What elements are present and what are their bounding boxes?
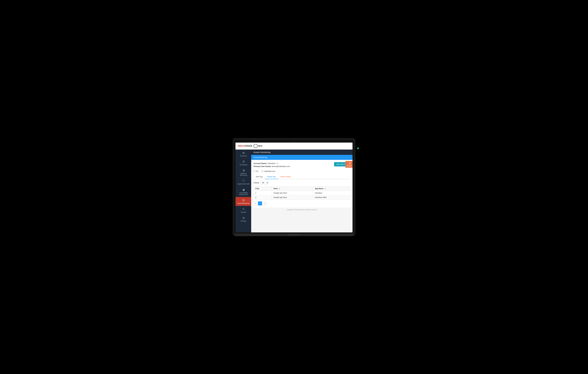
- cell-store-1: Google App Store: [272, 191, 313, 195]
- logo-indus: INDUS: [238, 145, 246, 147]
- cell-sno-1: 1: [254, 191, 272, 195]
- malware-icon: 🖥: [242, 169, 245, 172]
- account-info: Account Name: Indusface ✏ Primary User E…: [253, 162, 350, 169]
- camera-dot: [294, 141, 294, 142]
- sidebar-item-reports[interactable]: ✎ Reports: [235, 206, 251, 215]
- content-area: Asset Monitoring 1 Doma...: [251, 155, 353, 232]
- table-row: 2 Google App Store Indusface WAS: [254, 195, 350, 199]
- pagination-current[interactable]: 1: [258, 201, 262, 205]
- sidebar-item-label-app-audit: Application Audit: [238, 183, 249, 185]
- cell-sno-2: 2: [254, 195, 272, 199]
- domain-count: 1: [347, 162, 353, 165]
- data-table: S.No Store ⇅ App Name ⇅: [253, 186, 350, 200]
- sidebar-item-dashboard[interactable]: ☰ Dashboard: [235, 158, 251, 167]
- sidebar-item-settings[interactable]: ⚙ Settings: [235, 215, 251, 224]
- summary-icon: ⊞: [242, 151, 245, 154]
- tab-mobile-app[interactable]: Mobile App: [265, 175, 278, 179]
- sidebar-item-asset-monitoring[interactable]: ⊡ Asset Monitoring: [235, 197, 251, 206]
- panel-body: 1 Doma... Account Name: Indusface ✏: [251, 160, 353, 208]
- page-title: Assets Monitoring: [253, 151, 271, 154]
- main-content: Assets Monitoring Asset Monitoring 1: [251, 150, 353, 232]
- checkbox-domain-label: indusface.com: [264, 170, 275, 172]
- logo-brand: INDUS FACE ™: [238, 145, 253, 147]
- logo-arc-circle: [254, 144, 258, 148]
- pagination-first[interactable]: «: [253, 201, 257, 205]
- col-header-store: Store ⇅: [272, 186, 313, 191]
- logo-face: FACE: [246, 145, 252, 147]
- sidebar-item-vulnerability-assessment[interactable]: ◕ Vulnerability Assessment: [235, 187, 251, 197]
- email-label: Primary User Email:: [253, 165, 271, 167]
- copyright-text: Copyright © 2023 Indusface. All rights r…: [287, 209, 317, 210]
- page-title-bar: Assets Monitoring: [251, 150, 353, 155]
- logo-tm: ™: [252, 145, 253, 147]
- display-select[interactable]: 10 25 50 100: [260, 181, 269, 185]
- checkbox-all[interactable]: All: [253, 170, 258, 172]
- domain-label: Doma...: [347, 165, 353, 167]
- checkbox-domain[interactable]: indusface.com: [262, 170, 275, 172]
- sidebar-item-label-settings: Settings: [241, 220, 246, 222]
- asset-icon: ⊡: [242, 199, 245, 202]
- laptop-screen: INDUS FACE ™ WAS ⊞ Summary: [235, 143, 353, 232]
- sparkle-decoration: ✦: [356, 146, 360, 151]
- tab-web-app[interactable]: Web App: [253, 175, 265, 179]
- settings-icon: ⚙: [242, 216, 245, 220]
- account-details: Account Name: Indusface ✏ Primary User E…: [253, 162, 290, 169]
- display-row: Display 10 25 50 100: [253, 181, 350, 185]
- logo-was: WAS: [258, 145, 262, 147]
- sidebar-item-label-asset: Asset Monitoring: [238, 202, 250, 204]
- panel-header-label: Asset Monitoring: [253, 156, 267, 158]
- checkbox-domain-input[interactable]: [262, 170, 263, 172]
- vuln-icon: ◕: [242, 188, 245, 191]
- copyright-bar: Copyright © 2023 Indusface. All rights r…: [251, 208, 353, 212]
- app-body: ⊞ Summary ☰ Dashboard 🖥 Malware Monitori…: [235, 150, 353, 232]
- sidebar-item-summary[interactable]: ⊞ Summary: [235, 150, 251, 158]
- email-value: demo@indusface.com: [272, 165, 290, 167]
- sidebar-item-application-audit[interactable]: 🛡 Application Audit: [235, 178, 251, 187]
- laptop-frame: ✦ INDUS FACE ™ WAS: [233, 138, 355, 236]
- checkbox-all-input[interactable]: [253, 170, 255, 172]
- app-audit-icon: 🛡: [242, 179, 245, 182]
- col-header-app-name: App Name ⇅: [313, 186, 350, 191]
- table-row: 1 Google App Store Indusface: [254, 191, 350, 195]
- account-name-value: Indusface: [268, 162, 276, 165]
- sidebar-item-label-malware: Malware Monitoring: [237, 173, 250, 176]
- sidebar-item-label-reports: Reports: [241, 211, 246, 213]
- checkbox-row: All indusface.com: [253, 170, 350, 172]
- checkbox-all-label: All: [256, 170, 258, 172]
- account-name-row: Account Name: Indusface ✏: [253, 162, 290, 165]
- col-header-sno: S.No: [254, 186, 272, 191]
- cell-store-2: Google App Store: [272, 195, 313, 199]
- pagination: « 1 »: [253, 201, 350, 205]
- sidebar-item-label-dashboard: Dashboard: [240, 164, 247, 165]
- tab-false-positive[interactable]: False Positive: [278, 175, 293, 179]
- account-name-label: Account Name:: [253, 162, 267, 165]
- dashboard-icon: ☰: [242, 160, 245, 163]
- app-header: INDUS FACE ™ WAS: [235, 143, 353, 150]
- email-row: Primary User Email: demo@indusface.com: [253, 165, 290, 167]
- sidebar-item-label-vuln: Vulnerability Assessment: [237, 192, 250, 195]
- domain-badge: 1 Doma...: [345, 161, 353, 168]
- sidebar-item-malware-monitoring[interactable]: 🖥 Malware Monitoring: [235, 167, 251, 178]
- tabs-row: Web App Mobile App False Positive: [253, 175, 350, 179]
- pagination-next[interactable]: »: [262, 201, 267, 205]
- logo: INDUS FACE ™ WAS: [238, 144, 262, 148]
- edit-account-icon[interactable]: ✏: [277, 162, 279, 165]
- laptop-base: MacBook Pro: [234, 234, 354, 236]
- display-label: Display: [253, 182, 259, 184]
- sidebar-item-label-summary: Summary: [240, 155, 247, 157]
- reports-icon: ✎: [242, 208, 245, 211]
- cell-appname-1: Indusface: [313, 191, 350, 195]
- panel-header: Asset Monitoring: [251, 155, 353, 160]
- store-sort-icon[interactable]: ⇅: [279, 188, 280, 189]
- screen-bezel: INDUS FACE ™ WAS ⊞ Summary: [234, 140, 354, 234]
- cell-appname-2: Indusface WAS: [313, 195, 350, 199]
- laptop-model-label: MacBook Pro: [289, 234, 299, 236]
- app-name-sort-icon[interactable]: ⇅: [324, 188, 326, 189]
- sidebar: ⊞ Summary ☰ Dashboard 🖥 Malware Monitori…: [235, 150, 251, 232]
